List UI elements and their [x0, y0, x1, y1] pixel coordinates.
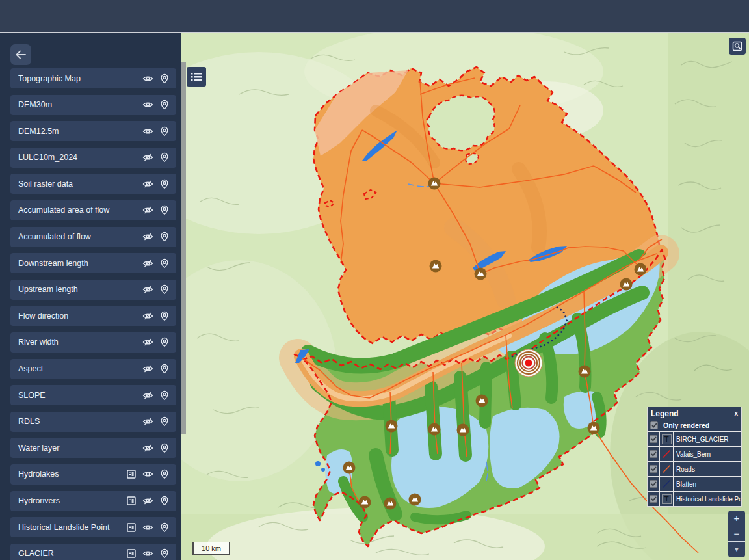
eye-icon[interactable] — [142, 548, 153, 559]
pin-icon — [159, 126, 170, 137]
pin-icon — [159, 469, 170, 479]
eye-icon[interactable] — [142, 73, 153, 84]
symbology-icon-button[interactable] — [126, 548, 137, 559]
layer-list: Topographic Map DEM30m — [10, 68, 176, 560]
eye-off-icon[interactable] — [142, 284, 153, 295]
zoom-to-layer-button[interactable] — [159, 284, 170, 295]
pin-icon — [159, 364, 170, 374]
layer-label: Hydrolakes — [18, 470, 126, 479]
eye-off-icon[interactable] — [142, 337, 153, 347]
eye-off-icon[interactable] — [142, 364, 153, 374]
symbology-icon — [126, 548, 137, 559]
symbology-icon — [126, 522, 137, 533]
layer-row[interactable]: DEM30m — [10, 95, 176, 115]
layer-row[interactable]: GLACIER — [10, 544, 176, 560]
zoom-to-layer-button[interactable] — [159, 205, 170, 215]
zoom-to-layer-button[interactable] — [159, 548, 170, 559]
eye-icon[interactable] — [142, 469, 153, 479]
check-icon — [651, 496, 657, 501]
symbology-icon-button[interactable] — [126, 496, 137, 506]
layer-row[interactable]: Flow direction — [10, 306, 176, 326]
layer-row[interactable]: SLOPE — [10, 385, 176, 405]
eye-icon[interactable] — [142, 126, 153, 137]
zoom-to-layer-button[interactable] — [159, 179, 170, 189]
sidebar-scrollbar[interactable] — [181, 62, 186, 434]
legend-panel: Legend x Only rendered T BIRCH_GLACIER — [647, 407, 742, 507]
eye-icon[interactable] — [142, 522, 153, 533]
zoom-to-layer-button[interactable] — [159, 232, 170, 242]
only-rendered-checkbox[interactable] — [650, 421, 658, 429]
legend-item-checkbox[interactable] — [648, 432, 660, 446]
map-scalebar: 10 km — [192, 542, 230, 555]
zoom-to-layer-button[interactable] — [159, 337, 170, 347]
eye-off-icon[interactable] — [142, 205, 153, 215]
layer-label: Upstream length — [18, 285, 142, 294]
zoom-to-layer-button[interactable] — [159, 364, 170, 374]
legend-item-checkbox[interactable] — [648, 477, 660, 491]
zoom-to-layer-button[interactable] — [159, 390, 170, 401]
layer-row[interactable]: RDLS — [10, 412, 176, 432]
legend-item-checkbox[interactable] — [648, 492, 660, 506]
zoom-to-layer-button[interactable] — [159, 311, 170, 321]
zoom-to-layer-button[interactable] — [159, 522, 170, 533]
symbology-icon-button[interactable] — [126, 469, 137, 479]
layer-label: Accumulated of flow — [18, 232, 142, 241]
layer-row[interactable]: Topographic Map — [10, 68, 176, 88]
eye-off-icon[interactable] — [142, 232, 153, 242]
layer-row[interactable]: Hydrorivers — [10, 491, 176, 511]
layer-label: LULC10m_2024 — [18, 153, 142, 162]
zoom-to-layer-button[interactable] — [159, 496, 170, 506]
layer-row[interactable]: Upstream length — [10, 280, 176, 300]
check-icon — [651, 436, 657, 442]
layer-row[interactable]: Aspect — [10, 359, 176, 379]
zoom-to-layer-button[interactable] — [159, 469, 170, 479]
zoom-to-layer-button[interactable] — [159, 126, 170, 137]
layer-row[interactable]: Historical Landslide Point — [10, 517, 176, 537]
only-rendered-label: Only rendered — [663, 421, 709, 429]
layer-row[interactable]: Accumulated area of flow — [10, 200, 176, 220]
zoom-to-layer-button[interactable] — [159, 100, 170, 110]
check-icon — [651, 466, 657, 472]
eye-off-icon[interactable] — [142, 390, 153, 401]
legend-close-button[interactable]: x — [734, 410, 738, 417]
symbology-icon — [126, 496, 137, 506]
zoom-to-layer-button[interactable] — [159, 416, 170, 427]
line-symbol — [661, 449, 672, 459]
symbology-icon-button[interactable] — [126, 522, 137, 533]
layer-row[interactable]: River width — [10, 332, 176, 353]
legend-item-checkbox[interactable] — [648, 462, 660, 476]
eye-off-icon[interactable] — [142, 311, 153, 321]
identify-tool-button[interactable] — [729, 38, 746, 55]
zoom-out-button[interactable]: − — [728, 526, 745, 542]
layer-row[interactable]: Soil raster data — [10, 174, 176, 194]
zoom-to-layer-button[interactable] — [159, 258, 170, 269]
layer-row[interactable]: Hydrolakes — [10, 464, 176, 485]
eye-off-icon[interactable] — [142, 416, 153, 427]
birch-glacier-marker[interactable] — [515, 349, 542, 377]
arrow-left-icon — [15, 50, 27, 59]
map-area[interactable]: 10 km + − ▼ Legend x Only rendered T BIR… — [181, 33, 749, 560]
zoom-to-layer-button[interactable] — [159, 152, 170, 163]
eye-off-icon[interactable] — [142, 496, 153, 506]
eye-off-icon[interactable] — [142, 179, 153, 189]
eye-icon[interactable] — [142, 100, 153, 110]
layer-row[interactable]: Downstream length — [10, 253, 176, 273]
zoom-to-layer-button[interactable] — [159, 443, 170, 453]
eye-off-icon[interactable] — [142, 443, 153, 453]
eye-off-icon[interactable] — [142, 152, 153, 163]
layer-row[interactable]: DEM12.5m — [10, 121, 176, 141]
legend-item-checkbox[interactable] — [648, 447, 660, 461]
layer-row[interactable]: Accumulated of flow — [10, 227, 176, 247]
legend-item-label: Blatten — [674, 477, 741, 491]
back-button[interactable] — [10, 44, 31, 65]
layer-list-button[interactable] — [187, 67, 206, 87]
layer-row[interactable]: Water layer — [10, 438, 176, 458]
layer-label: DEM30m — [18, 100, 142, 109]
eye-off-icon[interactable] — [142, 258, 153, 269]
zoom-extent-button[interactable]: ▼ — [728, 542, 745, 557]
legend-item-label: Valais_Bern — [674, 447, 741, 461]
layer-row[interactable]: LULC10m_2024 — [10, 148, 176, 168]
pin-icon — [159, 179, 170, 189]
zoom-to-layer-button[interactable] — [159, 73, 170, 84]
zoom-in-button[interactable]: + — [728, 511, 745, 526]
